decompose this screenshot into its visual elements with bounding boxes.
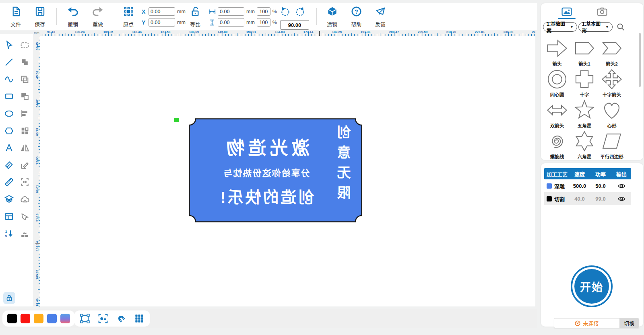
shape-concentric-circle[interactable]: 同心圆 bbox=[543, 68, 571, 98]
shape-cross[interactable]: 十字 bbox=[571, 68, 598, 98]
x-input[interactable] bbox=[149, 7, 175, 16]
start-button[interactable]: 开始 bbox=[571, 265, 613, 307]
intersect-tool[interactable] bbox=[18, 72, 31, 86]
width-input[interactable] bbox=[218, 7, 244, 16]
ruler-label: 63.79 bbox=[35, 128, 39, 136]
swatch-red[interactable] bbox=[21, 314, 30, 323]
polygon-tool[interactable] bbox=[2, 124, 16, 138]
design-card[interactable]: 创意无限 激光造物 分享给你这份热忱与 创造的快乐! bbox=[188, 118, 363, 223]
eraser-tool[interactable] bbox=[2, 158, 16, 172]
swatch-blue[interactable] bbox=[47, 314, 57, 323]
text-tool[interactable] bbox=[2, 141, 16, 155]
shape-star-6[interactable]: 六角星 bbox=[571, 130, 598, 160]
canvas[interactable]: 创意无限 激光造物 分享给你这份热忱与 创造的快乐! bbox=[40, 36, 535, 306]
rotation-input[interactable] bbox=[280, 20, 309, 30]
undo-icon bbox=[67, 6, 79, 16]
category-dropdown-2[interactable]: 1.基本图形▼ bbox=[578, 22, 613, 32]
toolbar-separator bbox=[113, 8, 113, 25]
rectangle-tool[interactable] bbox=[2, 90, 16, 103]
origin-button[interactable]: 原点 bbox=[118, 6, 138, 27]
shape-cross-arrow[interactable]: 十字箭头 bbox=[598, 68, 625, 98]
ruler-label: 100.24 bbox=[75, 30, 85, 34]
shape-spiral[interactable]: 螺旋线 bbox=[543, 130, 571, 160]
break-apart-tool[interactable] bbox=[18, 227, 31, 240]
shapes-scrollbar[interactable] bbox=[639, 33, 641, 87]
connection-status[interactable]: 未连接 bbox=[554, 319, 619, 328]
save-button[interactable]: 保存 bbox=[30, 6, 50, 27]
ruler-label: 45.56 bbox=[35, 71, 39, 79]
swatch-gradient[interactable] bbox=[60, 314, 70, 323]
ruler-label: 173.14 bbox=[303, 30, 313, 34]
feedback-button[interactable]: 反馈 bbox=[370, 6, 390, 27]
swatch-orange[interactable] bbox=[34, 314, 43, 323]
arrow-right-icon bbox=[543, 37, 571, 60]
switch-device-button[interactable]: 切换 bbox=[619, 319, 639, 328]
node-edit-tool[interactable] bbox=[18, 158, 31, 172]
feedback-icon bbox=[375, 6, 386, 17]
origin-icon bbox=[123, 6, 134, 17]
shape-star-5[interactable]: 五角星 bbox=[571, 99, 598, 129]
curve-tool[interactable] bbox=[2, 72, 16, 86]
process-row[interactable]: 深雕 500.0 50.0 bbox=[544, 179, 631, 192]
tab-camera[interactable] bbox=[594, 6, 610, 18]
spiral-icon bbox=[543, 130, 571, 152]
subtract-tool[interactable] bbox=[18, 90, 31, 103]
search-icon[interactable] bbox=[617, 23, 625, 32]
tab-pictures[interactable] bbox=[559, 6, 575, 18]
union-tool[interactable] bbox=[18, 55, 31, 69]
shape-heart[interactable]: 心形 bbox=[598, 99, 625, 129]
undo-button[interactable]: 撤销 bbox=[63, 6, 83, 27]
help-button[interactable]: ? 帮助 bbox=[346, 6, 366, 27]
magnet-icon[interactable] bbox=[115, 312, 127, 325]
pick-node-tool[interactable] bbox=[18, 210, 31, 223]
shape-arrow-pentagon[interactable]: 箭头1 bbox=[571, 37, 598, 67]
picture-tab-icon bbox=[561, 7, 572, 16]
mirror-tool[interactable] bbox=[18, 141, 31, 155]
creation-button[interactable]: 造物 bbox=[322, 6, 342, 27]
height-percent-input[interactable] bbox=[257, 18, 270, 27]
rotate-cw-icon[interactable] bbox=[295, 6, 305, 17]
width-percent-input[interactable] bbox=[257, 7, 270, 16]
align-tool[interactable] bbox=[18, 107, 31, 120]
shape-arrow-chevron[interactable]: 箭头2 bbox=[598, 37, 625, 67]
shape-label: 双箭头 bbox=[543, 122, 571, 129]
measure-tool[interactable] bbox=[2, 175, 16, 189]
visibility-eye-icon[interactable] bbox=[612, 183, 631, 189]
lock-canvas-button[interactable] bbox=[3, 292, 15, 304]
select-tool[interactable] bbox=[2, 38, 16, 52]
process-power: 50.0 bbox=[589, 183, 612, 189]
line-tool[interactable] bbox=[2, 55, 16, 69]
cross-icon bbox=[571, 68, 598, 90]
shape-label: 五角星 bbox=[571, 122, 598, 129]
ruler-label: 227.81 bbox=[475, 30, 485, 34]
card-line3: 创造的快乐! bbox=[219, 185, 314, 207]
arrange-grid-tool[interactable] bbox=[18, 124, 31, 138]
help-icon: ? bbox=[351, 6, 362, 17]
process-row[interactable]: 切割 40.0 99.0 bbox=[544, 192, 631, 205]
selection-handle[interactable] bbox=[174, 118, 179, 122]
redo-button[interactable]: 重做 bbox=[88, 6, 108, 27]
shape-arrow-right[interactable]: 箭头 bbox=[543, 37, 571, 67]
swatch-black[interactable] bbox=[7, 314, 17, 323]
sort-order-tool[interactable]: 19 bbox=[2, 227, 16, 240]
marquee-select-tool[interactable] bbox=[18, 38, 31, 52]
frame-icon[interactable] bbox=[79, 312, 91, 325]
layers-tool[interactable] bbox=[2, 192, 16, 206]
fit-selection-icon[interactable] bbox=[97, 312, 109, 325]
file-button[interactable]: 文件 bbox=[6, 6, 26, 27]
expand-frame-tool[interactable] bbox=[18, 175, 31, 189]
array-table-tool[interactable] bbox=[2, 210, 16, 223]
y-input[interactable] bbox=[149, 18, 175, 27]
ellipse-tool[interactable] bbox=[2, 107, 16, 120]
weld-tool[interactable] bbox=[18, 192, 31, 206]
height-input[interactable] bbox=[218, 18, 244, 27]
category-dropdown-1[interactable]: 1.基础图案▼ bbox=[543, 22, 577, 32]
proportional-lock-button[interactable]: 等比 bbox=[185, 6, 205, 27]
shape-double-arrow[interactable]: 双箭头 bbox=[543, 99, 571, 129]
position-inputs: X mm Y mm bbox=[142, 7, 186, 27]
grid-icon[interactable] bbox=[133, 312, 145, 325]
rotate-ccw-icon[interactable] bbox=[280, 6, 291, 17]
shape-parallelogram[interactable]: 平行四边形 bbox=[598, 130, 625, 160]
shape-label: 同心圆 bbox=[543, 91, 571, 98]
visibility-eye-icon[interactable] bbox=[612, 196, 631, 201]
